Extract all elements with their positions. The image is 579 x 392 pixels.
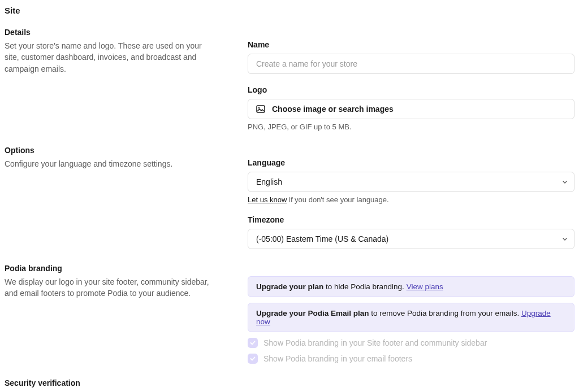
- logo-picker[interactable]: Choose image or search images: [248, 99, 574, 119]
- logo-picker-text: Choose image or search images: [272, 104, 394, 114]
- page-title: Site: [5, 6, 574, 15]
- svg-rect-0: [257, 106, 265, 112]
- section-details: Details Set your store's name and logo. …: [5, 28, 574, 131]
- branding-check-site-label: Show Podia branding in your Site footer …: [263, 338, 487, 347]
- timezone-select-wrap: (-05:00) Eastern Time (US & Canada): [248, 229, 574, 249]
- section-details-left: Details Set your store's name and logo. …: [5, 28, 248, 131]
- language-label: Language: [248, 158, 574, 167]
- language-field-block: Language English Let us know if you don'…: [248, 158, 574, 204]
- logo-field-block: Logo Choose image or search images PNG, …: [248, 85, 574, 131]
- language-helper: Let us know if you don't see your langua…: [248, 195, 574, 204]
- language-helper-rest: if you don't see your language.: [287, 195, 388, 204]
- security-heading: Security verification: [5, 378, 214, 387]
- branding-check-email-label: Show Podia branding in your email footer…: [263, 354, 412, 363]
- view-plans-link[interactable]: View plans: [407, 282, 443, 291]
- language-select[interactable]: English: [248, 172, 574, 192]
- branding-heading: Podia branding: [5, 264, 214, 273]
- details-desc: Set your store's name and logo. These ar…: [5, 40, 214, 75]
- section-security: Security verification Require customers …: [5, 378, 574, 392]
- timezone-field-block: Timezone (-05:00) Eastern Time (US & Can…: [248, 215, 574, 249]
- image-icon: [256, 105, 265, 113]
- logo-label: Logo: [248, 85, 574, 94]
- options-desc: Configure your language and timezone set…: [5, 158, 214, 169]
- logo-helper: PNG, JPEG, or GIF up to 5 MB.: [248, 123, 574, 131]
- branding-check-email: Show Podia branding in your email footer…: [248, 354, 574, 364]
- name-field-block: Name: [248, 40, 574, 74]
- branding-check-site: Show Podia branding in your Site footer …: [248, 338, 574, 348]
- section-details-right: Name Logo Choose image or search images …: [248, 28, 574, 131]
- name-label: Name: [248, 40, 574, 49]
- alert1-strong: Upgrade your plan: [256, 282, 323, 291]
- section-options-right: Language English Let us know if you don'…: [248, 146, 574, 249]
- section-branding-right: Upgrade your plan to hide Podia branding…: [248, 264, 574, 364]
- section-branding: Podia branding We display our logo in yo…: [5, 264, 574, 364]
- alert2-strong: Upgrade your Podia Email plan: [256, 309, 369, 317]
- checkbox-locked: [248, 354, 258, 364]
- section-options-left: Options Configure your language and time…: [5, 146, 248, 249]
- language-helper-link[interactable]: Let us know: [248, 195, 287, 204]
- language-select-wrap: English: [248, 172, 574, 192]
- branding-desc: We display our logo in your site footer,…: [5, 276, 214, 299]
- branding-alert-plan: Upgrade your plan to hide Podia branding…: [248, 276, 574, 297]
- branding-alert-email: Upgrade your Podia Email plan to remove …: [248, 303, 574, 332]
- timezone-label: Timezone: [248, 215, 574, 224]
- alert2-rest: to remove Podia branding from your email…: [369, 309, 521, 317]
- checkbox-locked: [248, 338, 258, 348]
- section-branding-left: Podia branding We display our logo in yo…: [5, 264, 248, 364]
- section-security-right: Verify customer email on login.: [248, 378, 574, 392]
- section-options: Options Configure your language and time…: [5, 146, 574, 249]
- details-heading: Details: [5, 28, 214, 37]
- timezone-select[interactable]: (-05:00) Eastern Time (US & Canada): [248, 229, 574, 249]
- svg-point-1: [258, 107, 260, 108]
- name-input[interactable]: [248, 54, 574, 74]
- options-heading: Options: [5, 146, 214, 155]
- section-security-left: Security verification Require customers …: [5, 378, 248, 392]
- alert1-rest: to hide Podia branding.: [323, 282, 406, 291]
